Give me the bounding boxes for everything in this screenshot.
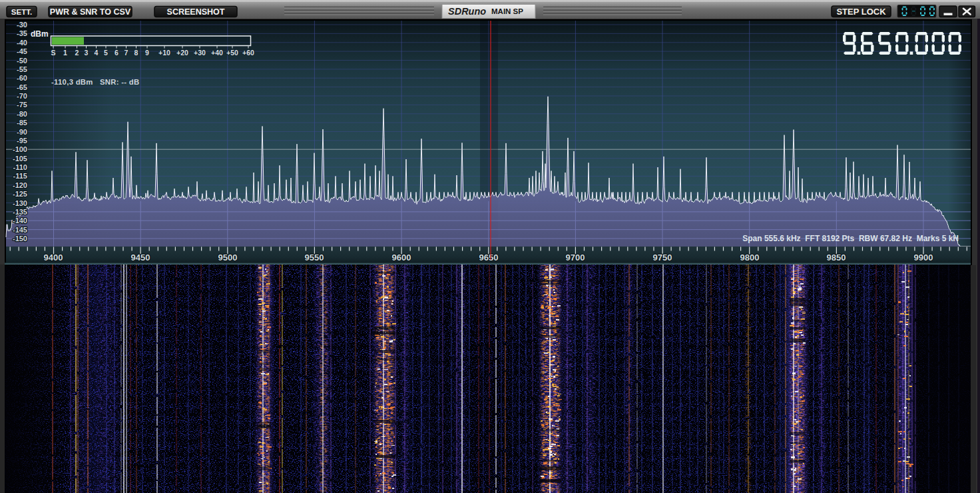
svg-text:9400: 9400: [44, 252, 63, 262]
svg-text:9750: 9750: [653, 252, 672, 262]
svg-text:9550: 9550: [305, 252, 324, 262]
svg-text:6: 6: [115, 49, 119, 57]
svg-text:STEP LOCK: STEP LOCK: [836, 7, 886, 17]
svg-text:Span 555.6 kHz FFT 8192 Pts: Span 555.6 kHz FFT 8192 Pts RBW 67.82 Hz…: [742, 234, 959, 243]
svg-text:+60: +60: [242, 49, 254, 57]
svg-text:S: S: [51, 49, 55, 57]
svg-text:9500: 9500: [218, 252, 238, 262]
svg-text:9650: 9650: [479, 252, 499, 262]
svg-text:+20: +20: [176, 49, 188, 57]
svg-text:-40: -40: [17, 39, 27, 47]
svg-text:-85: -85: [17, 119, 27, 127]
svg-text:9850: 9850: [827, 252, 846, 262]
svg-text:-135: -135: [13, 208, 27, 216]
svg-text:-105: -105: [13, 155, 27, 163]
svg-text:SCREENSHOT: SCREENSHOT: [167, 7, 225, 17]
svg-text:PWR & SNR TO CSV: PWR & SNR TO CSV: [50, 7, 131, 17]
svg-text:+30: +30: [194, 49, 206, 57]
svg-text:-150: -150: [13, 235, 27, 243]
svg-text:-110: -110: [13, 163, 27, 171]
svg-text:-70: -70: [17, 92, 27, 100]
svg-text:9600: 9600: [392, 252, 411, 262]
svg-text:-130: -130: [13, 199, 27, 207]
svg-text:1: 1: [63, 49, 67, 57]
svg-text:-30: -30: [17, 21, 27, 29]
svg-text:SDRuno: SDRuno: [448, 6, 486, 17]
svg-text:4: 4: [95, 49, 99, 57]
svg-text:5: 5: [104, 49, 108, 57]
svg-text:9800: 9800: [740, 252, 760, 262]
svg-text:MAIN SP: MAIN SP: [491, 7, 523, 15]
svg-text:-140: -140: [13, 217, 27, 225]
svg-text:+50: +50: [226, 49, 238, 57]
svg-text:-35: -35: [17, 29, 27, 37]
svg-text:-95: -95: [17, 137, 27, 145]
svg-text:7: 7: [124, 49, 128, 57]
svg-text:+10: +10: [158, 49, 170, 57]
svg-text:2: 2: [75, 49, 79, 57]
svg-text:SETT.: SETT.: [11, 8, 32, 16]
svg-text:9: 9: [145, 49, 149, 57]
svg-text:+40: +40: [211, 49, 223, 57]
svg-text:-115: -115: [13, 172, 27, 180]
svg-text:-65: -65: [17, 83, 27, 91]
svg-text:-120: -120: [13, 181, 27, 189]
svg-text:-50: -50: [17, 57, 27, 65]
svg-text:-45: -45: [17, 47, 27, 55]
svg-text:-110,3 dBm SNR: -- dB: -110,3 dBm SNR: -- dB: [51, 78, 139, 86]
svg-text:dBm: dBm: [31, 29, 49, 39]
svg-text:9700: 9700: [566, 252, 585, 262]
svg-text:9900: 9900: [914, 252, 933, 262]
svg-text:9450: 9450: [131, 252, 150, 262]
svg-text:-145: -145: [13, 226, 27, 234]
svg-text:-90: -90: [17, 128, 27, 136]
svg-text:-80: -80: [17, 110, 27, 118]
svg-text:-60: -60: [17, 74, 27, 82]
svg-text:-55: -55: [17, 65, 27, 73]
svg-text:3: 3: [85, 49, 89, 57]
svg-text:8: 8: [134, 49, 138, 57]
svg-text:-75: -75: [17, 101, 27, 109]
svg-text:-125: -125: [13, 190, 27, 198]
svg-text:-100: -100: [13, 145, 27, 153]
